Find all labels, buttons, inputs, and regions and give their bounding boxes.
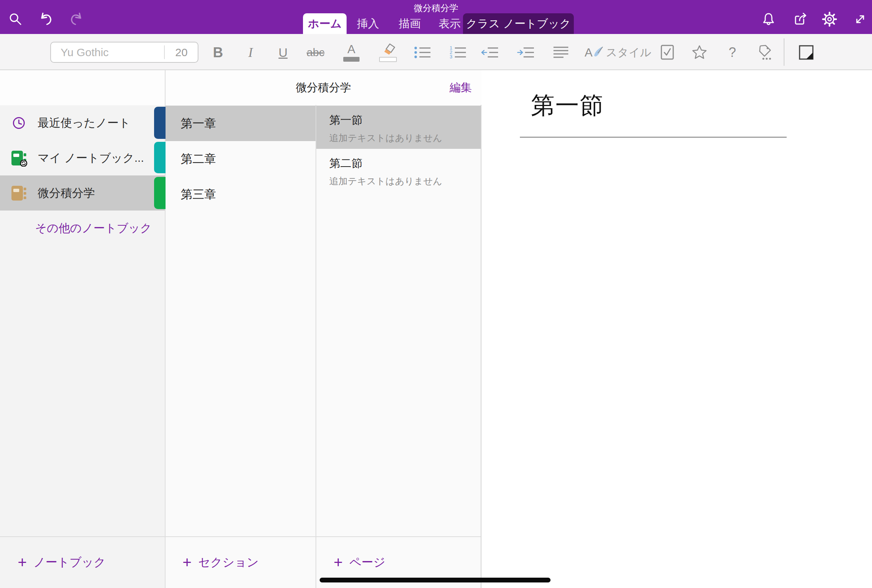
clock-icon [11,114,27,132]
font-name-selector[interactable]: Yu Gothic [61,42,109,62]
sidebar-item-recent-notes[interactable]: 最近使ったノート [0,105,165,140]
page-panel-button[interactable] [797,41,816,63]
align-button[interactable] [551,41,570,63]
sections-column: 第一章 第二章 第三章 + セクション [165,70,316,588]
sidebar-item-calculus-notebook[interactable]: 微分積分学 [0,176,165,210]
font-size-selector[interactable]: 20 [165,42,198,62]
sections-pages-divider [315,105,316,588]
page-canvas[interactable]: 第一節 [482,70,872,588]
notebooks-sidebar: 最近使ったノート マイ ノートブック... [0,70,165,588]
notebook-color-tab-blue[interactable] [154,107,165,139]
top-app-bar: 微分積分学 ホーム 挿入 描画 表示 クラス ノートブック [0,0,872,34]
notebook-tan-icon [11,184,27,202]
todo-tag-button[interactable] [657,41,677,63]
indent-button[interactable] [516,41,535,63]
section-item-chapter2[interactable]: 第二章 [165,141,316,177]
sidebar-item-label: マイ ノートブック... [38,150,144,166]
pages-content-divider [481,70,482,588]
add-section-button[interactable]: + セクション [165,536,316,588]
window-title: 微分積分学 [0,2,872,14]
page-subtitle: 追加テキストはありません [329,176,482,186]
highlighter-icon [380,43,396,56]
section-item-chapter1[interactable]: 第一章 [165,106,316,141]
plus-icon: + [334,555,343,570]
tab-class-notebook[interactable]: クラス ノートブック [463,13,574,34]
notebook-list-header: 微分積分学 編集 [165,70,482,105]
section-item-chapter3[interactable]: 第三章 [165,177,316,212]
notebook-green-sync-icon [11,150,27,166]
sidebar-header [0,70,165,105]
strikethrough-button[interactable]: abc [306,41,325,63]
page-subtitle: 追加テキストはありません [329,132,482,143]
more-tags-button[interactable] [755,41,774,63]
font-color-button[interactable]: A [342,41,361,63]
pages-column: 第一節 追加テキストはありません 第二節 追加テキストはありません + ページ [316,70,482,588]
svg-text:3: 3 [450,54,452,60]
sidebar-item-label: 微分積分学 [38,185,95,201]
highlight-color-swatch [379,57,397,62]
fullscreen-expand-icon[interactable] [852,11,868,27]
bold-button[interactable]: B [209,41,228,63]
title-underline [520,136,786,138]
styles-button[interactable]: A [582,41,606,63]
edit-button[interactable]: 編集 [450,70,472,105]
page-item-section2[interactable]: 第二節 追加テキストはありません [316,149,482,192]
home-indicator-bar[interactable] [320,578,551,582]
sidebar-item-label: 最近使ったノート [38,115,131,131]
styles-label[interactable]: スタイル [606,41,651,63]
share-icon[interactable] [792,11,809,27]
plus-icon: + [183,555,192,570]
add-notebook-button[interactable]: + ノートブック [0,536,165,588]
page-item-section1[interactable]: 第一節 追加テキストはありません [316,106,482,149]
settings-gear-icon[interactable] [821,11,837,27]
tab-insert[interactable]: 挿入 [347,13,389,34]
style-brush-icon [593,46,604,59]
star-tag-button[interactable] [690,41,709,63]
outdent-button[interactable] [480,41,499,63]
notifications-bell-icon[interactable] [760,11,777,27]
onenote-app: 微分積分学 ホーム 挿入 描画 表示 クラス ノートブック [0,0,872,588]
notebook-title: 微分積分学 [165,70,482,105]
underline-button[interactable]: U [273,41,293,63]
more-notebooks-link[interactable]: その他のノートブック [35,210,152,246]
tab-draw[interactable]: 描画 [388,13,431,34]
notebook-color-tab-green[interactable] [154,177,165,209]
highlighter-button[interactable] [378,41,398,63]
plus-icon: + [18,555,27,570]
italic-button[interactable]: I [241,41,260,63]
numbered-list-button[interactable]: 123 [448,41,467,63]
question-tag-button[interactable]: ? [723,41,742,63]
page-title-text[interactable]: 第一節 [531,89,604,122]
tab-home[interactable]: ホーム [303,13,347,34]
font-color-swatch [343,57,360,62]
toolbar-divider [784,38,785,66]
format-toolbar: Yu Gothic 20 B I U abc A [0,34,872,70]
bullet-list-button[interactable] [412,41,432,63]
font-picker: Yu Gothic 20 [50,42,198,63]
notebook-color-tab-teal[interactable] [154,142,165,173]
sidebar-item-my-notebooks[interactable]: マイ ノートブック... [0,140,165,176]
